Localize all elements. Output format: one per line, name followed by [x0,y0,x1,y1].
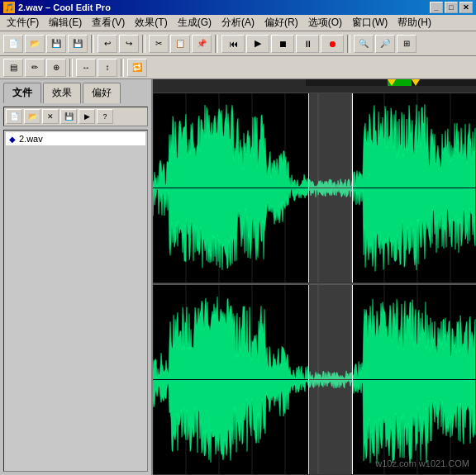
zoom-fit-button[interactable]: ⊞ [397,35,416,53]
waveform-area[interactable]: w10z.com w1021.COM [153,79,476,475]
separator-1 [91,35,94,53]
menu-analyze[interactable]: 分析(A) [217,14,259,31]
loop-button[interactable]: 🔁 [127,59,147,77]
track-2 [153,285,476,475]
files-help-button[interactable]: ? [97,109,113,124]
draw-tool-button[interactable]: ✏ [25,59,45,77]
save-as-button[interactable]: 💾 [68,35,88,53]
maximize-button[interactable]: □ [445,2,458,13]
zoom-out-button[interactable]: 🔎 [375,35,395,53]
record-button[interactable]: ⏺ [321,35,344,53]
cut-button[interactable]: ✂ [149,35,169,53]
title-text: 2.wav – Cool Edit Pro [18,2,111,12]
marker-start [388,79,396,86]
file-list-item[interactable]: ◆ 2.wav [6,132,145,145]
waveform-canvas-2 [153,285,476,474]
zoom-amp-button[interactable]: ↕ [98,59,117,77]
files-toolbar: 📄 📂 ✕ 💾 ▶ ? [3,107,148,126]
separator-4 [347,35,350,53]
files-save-button[interactable]: 💾 [60,109,77,124]
separator-2 [142,35,145,53]
separator-6 [121,59,124,77]
menu-edit[interactable]: 编辑(E) [44,14,87,31]
new-button[interactable]: 📄 [3,35,23,53]
menu-view[interactable]: 查看(V) [87,14,130,31]
pause-button[interactable]: ⏸ [296,35,319,53]
separator-3 [215,35,218,53]
menu-bar: 文件(F) 编辑(E) 查看(V) 效果(T) 生成(G) 分析(A) 偏好(R… [0,15,476,31]
rewind-button[interactable]: ⏮ [221,35,245,53]
menu-file[interactable]: 文件(F) [2,14,44,31]
minimize-button[interactable]: _ [430,2,443,13]
close-button[interactable]: ✕ [459,2,473,13]
tab-preferences[interactable]: 偏好 [83,83,121,103]
tab-effects[interactable]: 效果 [43,83,81,103]
menu-help[interactable]: 帮助(H) [393,14,436,31]
file-name: 2.wav [19,134,43,144]
menu-options[interactable]: 选项(O) [303,14,347,31]
marker-end [412,79,420,86]
waveform-canvas-1 [153,93,476,283]
timeline-header [153,79,476,93]
files-new-button[interactable]: 📄 [6,109,22,124]
copy-button[interactable]: 📋 [170,35,190,53]
paste-button[interactable]: 📌 [192,35,212,53]
separator-5 [69,59,73,77]
toolbar-secondary: ▤ ✏ ⊕ ↔ ↕ 🔁 [0,56,476,79]
app-icon: 🎵 [3,2,15,13]
files-play-button[interactable]: ▶ [79,109,95,124]
tracks-container [153,93,476,475]
menu-preferences[interactable]: 偏好(R) [259,14,303,31]
files-close-button[interactable]: ✕ [42,109,59,124]
open-button[interactable]: 📂 [25,35,45,53]
track-1 [153,93,476,283]
selection-bar [306,79,476,86]
files-open-button[interactable]: 📂 [24,109,40,124]
file-icon: ◆ [9,135,16,144]
left-panel: 文件 效果 偏好 📄 📂 ✕ 💾 ▶ ? ◆ 2.wav [0,79,153,475]
file-list[interactable]: ◆ 2.wav [3,130,148,472]
zoom-time-button[interactable]: ↔ [76,59,96,77]
panel-tabs: 文件 效果 偏好 [0,79,151,103]
hybrid-button[interactable]: ⊕ [46,59,66,77]
main-content: 文件 效果 偏好 📄 📂 ✕ 💾 ▶ ? ◆ 2.wav [0,79,476,475]
zoom-in-button[interactable]: 🔍 [354,35,374,53]
stop-button[interactable]: ⏹ [271,35,294,53]
tab-files[interactable]: 文件 [3,83,41,103]
window-controls: _ □ ✕ [430,2,473,13]
redo-button[interactable]: ↪ [119,35,139,53]
toolbar-main: 📄 📂 💾 💾 ↩ ↪ ✂ 📋 📌 ⏮ ▶ ⏹ ⏸ ⏺ 🔍 🔎 ⊞ [0,31,476,56]
menu-effects[interactable]: 效果(T) [130,14,172,31]
play-button[interactable]: ▶ [246,35,269,53]
files-panel: 📄 📂 ✕ 💾 ▶ ? ◆ 2.wav [0,103,151,475]
select-tool-button[interactable]: ▤ [3,59,23,77]
menu-window[interactable]: 窗口(W) [347,14,393,31]
undo-button[interactable]: ↩ [98,35,117,53]
save-button[interactable]: 💾 [46,35,66,53]
menu-generate[interactable]: 生成(G) [173,14,217,31]
title-bar: 🎵 2.wav – Cool Edit Pro _ □ ✕ [0,0,476,15]
